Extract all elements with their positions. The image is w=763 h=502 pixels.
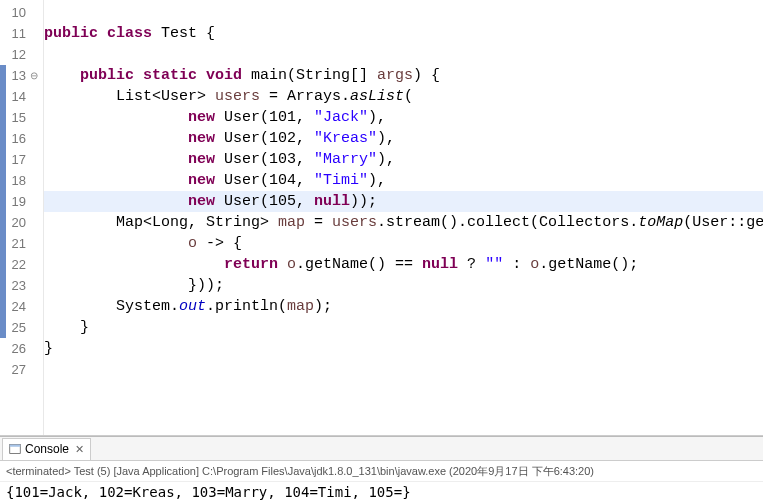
code-line[interactable]: Map<Long, String> map = users.stream().c… bbox=[44, 212, 763, 233]
line-number: 24 bbox=[0, 296, 43, 317]
code-editor[interactable]: 10111213⊖1415161718192021222324252627 pu… bbox=[0, 0, 763, 436]
code-line[interactable]: o -> { bbox=[44, 233, 763, 254]
console-panel: Console ✕ <terminated> Test (5) [Java Ap… bbox=[0, 436, 763, 502]
line-number: 12 bbox=[0, 44, 43, 65]
line-number: 10 bbox=[0, 2, 43, 23]
code-line[interactable]: return o.getName() == null ? "" : o.getN… bbox=[44, 254, 763, 275]
line-number: 22 bbox=[0, 254, 43, 275]
code-line[interactable]: } bbox=[44, 317, 763, 338]
line-number: 14 bbox=[0, 86, 43, 107]
code-line[interactable]: new User(104, "Timi"), bbox=[44, 170, 763, 191]
line-number: 15 bbox=[0, 107, 43, 128]
close-icon[interactable]: ✕ bbox=[75, 443, 84, 456]
console-header: <terminated> Test (5) [Java Application]… bbox=[0, 461, 763, 482]
code-line[interactable]: List<User> users = Arrays.asList( bbox=[44, 86, 763, 107]
line-number: 18 bbox=[0, 170, 43, 191]
line-number: 21 bbox=[0, 233, 43, 254]
fold-icon[interactable]: ⊖ bbox=[29, 70, 39, 81]
line-number: 26 bbox=[0, 338, 43, 359]
code-area[interactable]: public class Test { public static void m… bbox=[44, 0, 763, 435]
console-output: {101=Jack, 102=Kreas, 103=Marry, 104=Tim… bbox=[0, 482, 763, 502]
code-line[interactable]: })); bbox=[44, 275, 763, 296]
console-tab-bar: Console ✕ bbox=[0, 437, 763, 461]
line-number: 23 bbox=[0, 275, 43, 296]
code-line[interactable]: new User(101, "Jack"), bbox=[44, 107, 763, 128]
code-line[interactable] bbox=[44, 2, 763, 23]
code-line[interactable]: System.out.println(map); bbox=[44, 296, 763, 317]
code-line[interactable]: } bbox=[44, 338, 763, 359]
line-number: 19 bbox=[0, 191, 43, 212]
line-number: 25 bbox=[0, 317, 43, 338]
code-line[interactable]: public class Test { bbox=[44, 23, 763, 44]
line-number: 16 bbox=[0, 128, 43, 149]
console-tab-label: Console bbox=[25, 442, 69, 456]
code-line[interactable]: public static void main(String[] args) { bbox=[44, 65, 763, 86]
code-line[interactable] bbox=[44, 44, 763, 65]
line-number: 11 bbox=[0, 23, 43, 44]
line-gutter: 10111213⊖1415161718192021222324252627 bbox=[0, 0, 44, 435]
console-icon bbox=[9, 443, 21, 455]
code-line[interactable]: new User(105, null)); bbox=[44, 191, 763, 212]
line-number: 27 bbox=[0, 359, 43, 380]
line-number: 17 bbox=[0, 149, 43, 170]
console-tab[interactable]: Console ✕ bbox=[2, 438, 91, 460]
line-number: 20 bbox=[0, 212, 43, 233]
svg-rect-1 bbox=[10, 445, 21, 447]
code-line[interactable]: new User(102, "Kreas"), bbox=[44, 128, 763, 149]
code-line[interactable]: new User(103, "Marry"), bbox=[44, 149, 763, 170]
line-number: 13⊖ bbox=[0, 65, 43, 86]
code-line[interactable] bbox=[44, 359, 763, 380]
